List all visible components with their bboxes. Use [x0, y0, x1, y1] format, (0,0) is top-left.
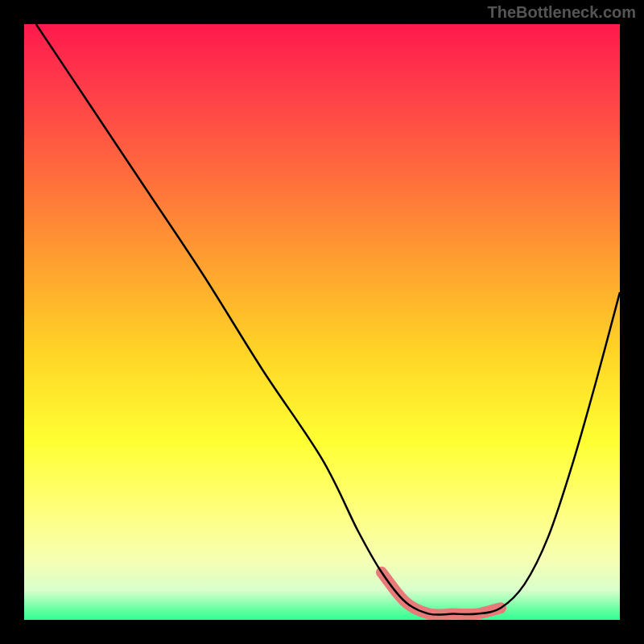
plot-area	[24, 24, 620, 620]
chart-svg	[24, 24, 620, 620]
watermark-text: TheBottleneck.com	[488, 3, 636, 22]
bottleneck-curve	[36, 24, 620, 615]
trough-band	[382, 572, 501, 615]
